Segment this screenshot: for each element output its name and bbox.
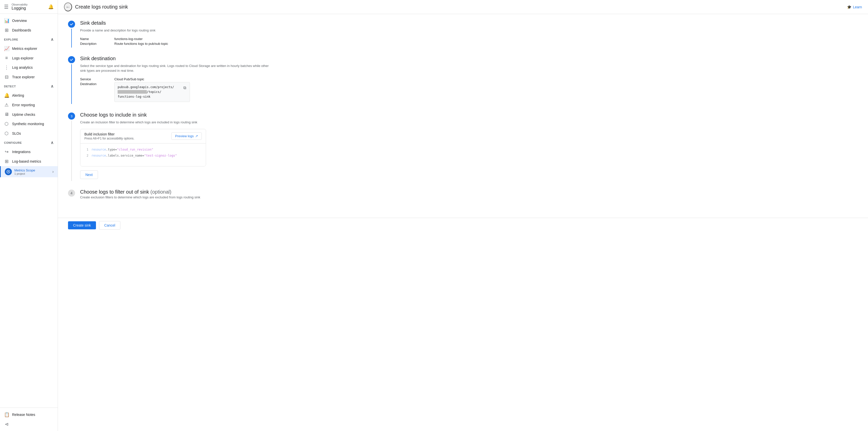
step1-line xyxy=(71,29,72,47)
desc-value: Route functions logs to pub/sub topic xyxy=(114,42,275,45)
trace-explorer-icon: ⊟ xyxy=(4,74,9,80)
sidebar-nav: 📊 Overview ⊞ Dashboards Explore ∧ 📈 Metr… xyxy=(0,14,58,407)
line-num-1: 1 xyxy=(84,146,88,153)
preview-logs-button[interactable]: Preview logs ↗ xyxy=(171,132,202,140)
step4-desc: Create exclusion filters to determine wh… xyxy=(80,195,275,200)
step-choose-logs: 3 Choose logs to include in sink Create … xyxy=(68,112,275,181)
sidebar-item-log-analytics[interactable]: ⋮ Log analytics xyxy=(0,63,55,72)
form-content: Sink details Provide a name and descript… xyxy=(58,14,285,218)
step4-body: Choose logs to filter out of sink (optio… xyxy=(80,189,275,204)
create-sink-button[interactable]: Create sink xyxy=(68,221,96,229)
copy-icon[interactable]: ⧉ xyxy=(183,85,187,91)
learn-link[interactable]: 🎓 Learn xyxy=(847,5,862,9)
sidebar-item-uptime-checks[interactable]: 🖥 Uptime checks xyxy=(0,110,55,119)
configure-label: Configure xyxy=(4,141,22,144)
logs-explorer-icon: ≡ xyxy=(4,55,9,61)
filter-line-2: 2 resource.labels.service_name="test-sig… xyxy=(84,153,202,159)
step2-circle xyxy=(68,56,75,63)
step3-indicator: 3 xyxy=(68,112,75,181)
step4-title: Choose logs to filter out of sink (optio… xyxy=(80,189,275,195)
service-label: Service xyxy=(80,77,110,81)
detect-section-header[interactable]: Detect ∧ xyxy=(0,82,58,91)
sidebar-footer: 📋 Release Notes ⊲ xyxy=(0,407,58,431)
filter-card-header: Build inclusion filter Press Alt+F1 for … xyxy=(80,129,206,143)
name-label: Name xyxy=(80,37,110,41)
sidebar-item-dashboards[interactable]: ⊞ Dashboards xyxy=(0,26,55,35)
alerting-icon: 🔔 xyxy=(4,93,9,98)
sidebar-item-integrations[interactable]: ↪ Integrations xyxy=(0,147,55,157)
destination-text: pubsub.googleapis.com/projects/ ████████… xyxy=(118,85,181,99)
filter-card-title: Build inclusion filter xyxy=(84,132,134,136)
sidebar-item-overview[interactable]: 📊 Overview xyxy=(0,16,55,26)
sidebar-item-alerting[interactable]: 🔔 Alerting xyxy=(0,91,55,100)
configure-section-header[interactable]: Configure ∧ xyxy=(0,138,58,147)
sidebar-item-metrics-scope[interactable]: Metrics Scope 1 project › xyxy=(0,166,58,177)
learn-label: Learn xyxy=(853,5,862,9)
configure-chevron-icon: ∧ xyxy=(51,140,54,145)
sidebar-item-trace-explorer-label: Trace explorer xyxy=(12,75,35,79)
external-link-icon: ↗ xyxy=(195,134,198,138)
sidebar-item-uptime-checks-label: Uptime checks xyxy=(12,112,35,117)
log-analytics-icon: ⋮ xyxy=(4,65,9,70)
filter-editor[interactable]: 1 resource.type="cloud_run_revision" 2 r… xyxy=(80,143,206,166)
explore-section-header[interactable]: Explore ∧ xyxy=(0,35,58,44)
sidebar-item-slos[interactable]: ⬡ SLOs xyxy=(0,129,55,138)
sidebar-item-logs-explorer-label: Logs explorer xyxy=(12,56,33,60)
preview-logs-label: Preview logs xyxy=(175,134,194,138)
back-button[interactable]: ← xyxy=(64,2,72,11)
destination-prefix: pubsub.googleapis.com/projects/ xyxy=(118,85,174,89)
step-sink-destination: Sink destination Select the service type… xyxy=(68,56,275,104)
sidebar-item-error-reporting[interactable]: ⚠ Error reporting xyxy=(0,100,55,110)
dashboards-icon: ⊞ xyxy=(4,27,9,33)
synthetic-monitoring-icon: ⬡ xyxy=(4,121,9,127)
menu-icon[interactable]: ☰ xyxy=(4,4,8,10)
sidebar-item-integrations-label: Integrations xyxy=(12,150,30,154)
sidebar-item-log-based-metrics[interactable]: ⊞ Log-based metrics xyxy=(0,157,55,166)
destination-sink-name: functions-log-sink xyxy=(118,95,150,98)
step2-indicator xyxy=(68,56,75,104)
sidebar-header: ☰ Observability Logging 🔔 xyxy=(0,0,58,14)
sidebar-item-metrics-explorer[interactable]: 📈 Metrics explorer xyxy=(0,44,55,54)
sidebar-item-trace-explorer[interactable]: ⊟ Trace explorer xyxy=(0,72,55,82)
destination-box: pubsub.googleapis.com/projects/ ████████… xyxy=(114,82,190,102)
cancel-button[interactable]: Cancel xyxy=(99,221,121,230)
step3-desc: Create an inclusion filter to determine … xyxy=(80,120,275,125)
step2-line xyxy=(71,64,72,104)
filter-code-1: resource.type="cloud_run_revision" xyxy=(91,146,153,153)
sidebar-item-release-notes[interactable]: 📋 Release Notes xyxy=(0,410,55,420)
log-based-metrics-icon: ⊞ xyxy=(4,159,9,164)
filter-code-2: resource.labels.service_name="test-signo… xyxy=(91,153,177,159)
step1-body: Sink details Provide a name and descript… xyxy=(80,20,275,47)
explore-chevron-icon: ∧ xyxy=(51,37,54,42)
destination-topics: /topics/ xyxy=(147,90,161,94)
next-button[interactable]: Next xyxy=(80,170,98,179)
slos-icon: ⬡ xyxy=(4,131,9,136)
step3-body: Choose logs to include in sink Create an… xyxy=(80,112,275,181)
svg-point-1 xyxy=(8,171,9,172)
destination-label: Destination xyxy=(80,82,110,102)
metrics-scope-icon xyxy=(5,168,12,175)
sidebar-item-overview-label: Overview xyxy=(12,19,27,23)
sidebar-item-slos-label: SLOs xyxy=(12,131,21,135)
metrics-scope-chevron-icon: › xyxy=(52,169,54,174)
step4-circle: 4 xyxy=(68,190,75,197)
sidebar-item-logs-explorer[interactable]: ≡ Logs explorer xyxy=(0,54,55,63)
sidebar-item-synthetic-monitoring-label: Synthetic monitoring xyxy=(12,122,44,126)
notification-bell-icon[interactable]: 🔔 xyxy=(48,4,54,9)
error-reporting-icon: ⚠ xyxy=(4,102,9,108)
step3-circle: 3 xyxy=(68,112,75,120)
step1-details: Name functions-log-router Description Ro… xyxy=(80,37,275,45)
step4-indicator: 4 xyxy=(68,189,75,204)
service-value: Cloud Pub/Sub topic xyxy=(114,77,275,81)
step2-desc: Select the service type and destination … xyxy=(80,63,275,73)
metrics-explorer-icon: 📈 xyxy=(4,46,9,52)
overview-icon: 📊 xyxy=(4,18,9,24)
filter-line-1: 1 resource.type="cloud_run_revision" xyxy=(84,146,202,153)
step2-body: Sink destination Select the service type… xyxy=(80,56,275,104)
metrics-scope-title: Metrics Scope xyxy=(14,168,50,172)
step3-line xyxy=(71,121,72,181)
sidebar-item-collapse[interactable]: ⊲ xyxy=(0,420,55,429)
sidebar-item-synthetic-monitoring[interactable]: ⬡ Synthetic monitoring xyxy=(0,119,55,129)
step1-desc: Provide a name and description for logs … xyxy=(80,28,275,33)
integrations-icon: ↪ xyxy=(4,149,9,155)
